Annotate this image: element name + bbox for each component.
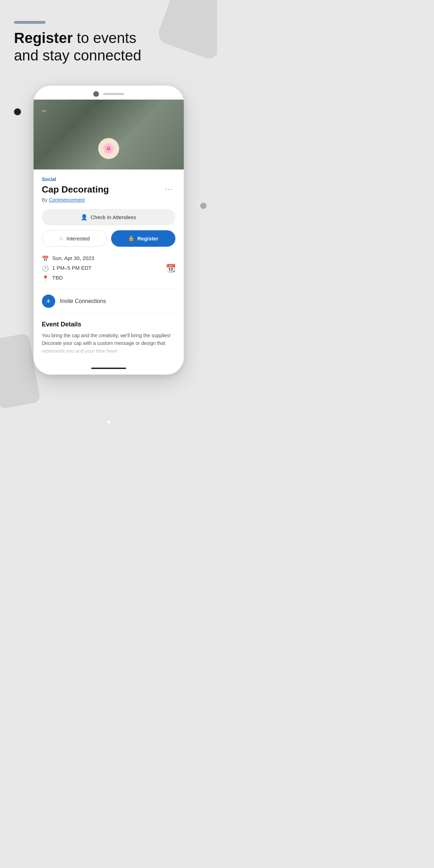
invite-label: Invite Connections [60, 298, 106, 304]
divider-1 [42, 289, 175, 289]
event-image: 🌸 ← [34, 100, 184, 169]
event-location-row: 📍 TBD [42, 275, 175, 282]
plus-icon: + [46, 297, 51, 306]
event-title: Cap Decorating [42, 184, 163, 195]
star-icon: ☆ [59, 235, 64, 242]
invite-row: + Invite Connections [42, 295, 175, 308]
action-buttons: ☆ Interested 🔒 Register [42, 230, 175, 247]
calendar-add-button[interactable]: 📆 [166, 264, 175, 273]
divider-2 [42, 313, 175, 314]
event-details-heading: Event Details [42, 321, 175, 328]
event-date-row: 📅 Sun, Apr 30, 2023 [42, 255, 175, 262]
event-category: Social [42, 176, 175, 182]
header-title-bold: Register [14, 30, 73, 46]
calendar-icon: 📅 [42, 255, 49, 262]
location-icon: 📍 [42, 275, 49, 282]
flower-icon: 🌸 [98, 138, 119, 159]
event-time-row: 🕐 1 PM–5 PM EDT [42, 265, 175, 272]
event-details-text: You bring the cap and the creativity, we… [42, 332, 175, 355]
clock-icon: 🕐 [42, 265, 49, 272]
phone-speaker [103, 93, 124, 95]
header-title: Register to events and stay connected [14, 29, 203, 65]
pagination-dot-1 [107, 421, 110, 424]
phone-container: 🌸 ← Social Cap Decorating ··· By Commenc… [0, 86, 217, 396]
phone-content: Social Cap Decorating ··· By Commencemen… [34, 169, 184, 362]
register-button[interactable]: 🔒 Register [111, 230, 175, 247]
interested-label: Interested [66, 236, 90, 241]
more-options-button[interactable]: ··· [163, 184, 175, 194]
phone-camera [93, 91, 99, 97]
back-button[interactable]: ← [39, 105, 50, 116]
invite-plus-button[interactable]: + [42, 295, 55, 308]
event-details-section: Event Details You bring the cap and the … [42, 319, 175, 355]
flower-decoration: 🌸 [95, 135, 123, 162]
event-organizer: By Commencement [42, 197, 175, 203]
phone-top-bar [34, 86, 184, 100]
event-info: 📅 Sun, Apr 30, 2023 🕐 1 PM–5 PM EDT 📍 TB… [42, 255, 175, 282]
header-title-rest: to events [73, 30, 136, 46]
interested-button[interactable]: ☆ Interested [42, 230, 107, 247]
event-date: Sun, Apr 30, 2023 [52, 255, 94, 261]
header-section: Register to events and stay connected [0, 0, 217, 75]
check-in-label: Check In Attendees [91, 214, 136, 220]
event-time: 1 PM–5 PM EDT [52, 265, 92, 271]
register-icon: 🔒 [128, 235, 135, 241]
organizer-prefix: By [42, 197, 49, 203]
header-accent-bar [14, 21, 45, 24]
check-in-button[interactable]: 👤 Check In Attendees [42, 209, 175, 225]
phone-mockup: 🌸 ← Social Cap Decorating ··· By Commenc… [34, 86, 184, 375]
home-bar [91, 368, 126, 369]
organizer-link[interactable]: Commencement [49, 197, 85, 203]
check-in-icon: 👤 [81, 214, 88, 220]
pagination-dots [107, 421, 110, 424]
event-location: TBD [52, 275, 63, 281]
phone-bottom [34, 362, 184, 375]
header-title-line2: and stay connected [14, 47, 141, 64]
event-title-row: Cap Decorating ··· [42, 184, 175, 195]
register-label: Register [137, 236, 158, 241]
